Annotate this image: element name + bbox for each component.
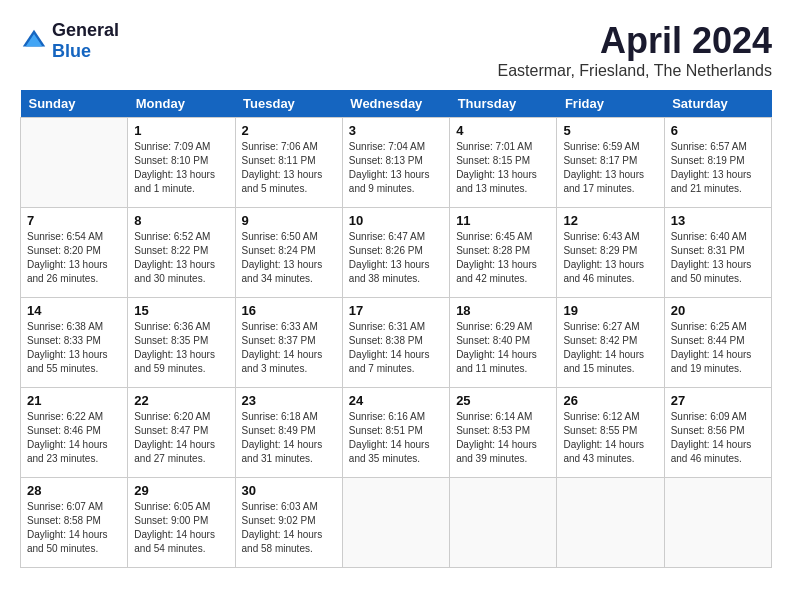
calendar-week-row: 14 Sunrise: 6:38 AM Sunset: 8:33 PM Dayl… <box>21 298 772 388</box>
sunset-text: Sunset: 8:46 PM <box>27 424 121 438</box>
sunrise-text: Sunrise: 6:45 AM <box>456 230 550 244</box>
day-number: 24 <box>349 393 443 408</box>
cell-info: Sunrise: 6:07 AM Sunset: 8:58 PM Dayligh… <box>27 500 121 556</box>
sunset-text: Sunset: 9:02 PM <box>242 514 336 528</box>
calendar-cell: 5 Sunrise: 6:59 AM Sunset: 8:17 PM Dayli… <box>557 118 664 208</box>
daylight-text: Daylight: 14 hours and 11 minutes. <box>456 348 550 376</box>
sunset-text: Sunset: 8:49 PM <box>242 424 336 438</box>
daylight-text: Daylight: 13 hours and 13 minutes. <box>456 168 550 196</box>
calendar-week-row: 1 Sunrise: 7:09 AM Sunset: 8:10 PM Dayli… <box>21 118 772 208</box>
daylight-text: Daylight: 13 hours and 34 minutes. <box>242 258 336 286</box>
daylight-text: Daylight: 13 hours and 42 minutes. <box>456 258 550 286</box>
logo-icon <box>20 27 48 55</box>
sunrise-text: Sunrise: 7:09 AM <box>134 140 228 154</box>
sunset-text: Sunset: 8:28 PM <box>456 244 550 258</box>
calendar-cell: 30 Sunrise: 6:03 AM Sunset: 9:02 PM Dayl… <box>235 478 342 568</box>
calendar-cell: 7 Sunrise: 6:54 AM Sunset: 8:20 PM Dayli… <box>21 208 128 298</box>
sunset-text: Sunset: 8:15 PM <box>456 154 550 168</box>
daylight-text: Daylight: 14 hours and 31 minutes. <box>242 438 336 466</box>
day-number: 2 <box>242 123 336 138</box>
sunrise-text: Sunrise: 6:16 AM <box>349 410 443 424</box>
calendar-cell: 23 Sunrise: 6:18 AM Sunset: 8:49 PM Dayl… <box>235 388 342 478</box>
sunrise-text: Sunrise: 6:31 AM <box>349 320 443 334</box>
weekday-header-cell: Monday <box>128 90 235 118</box>
cell-info: Sunrise: 6:54 AM Sunset: 8:20 PM Dayligh… <box>27 230 121 286</box>
day-number: 5 <box>563 123 657 138</box>
cell-info: Sunrise: 6:20 AM Sunset: 8:47 PM Dayligh… <box>134 410 228 466</box>
sunrise-text: Sunrise: 6:38 AM <box>27 320 121 334</box>
sunrise-text: Sunrise: 6:12 AM <box>563 410 657 424</box>
sunset-text: Sunset: 8:22 PM <box>134 244 228 258</box>
day-number: 22 <box>134 393 228 408</box>
daylight-text: Daylight: 13 hours and 21 minutes. <box>671 168 765 196</box>
weekday-header-cell: Sunday <box>21 90 128 118</box>
daylight-text: Daylight: 13 hours and 9 minutes. <box>349 168 443 196</box>
daylight-text: Daylight: 14 hours and 39 minutes. <box>456 438 550 466</box>
logo-text-blue: Blue <box>52 41 91 61</box>
day-number: 18 <box>456 303 550 318</box>
sunrise-text: Sunrise: 6:07 AM <box>27 500 121 514</box>
cell-info: Sunrise: 6:52 AM Sunset: 8:22 PM Dayligh… <box>134 230 228 286</box>
cell-info: Sunrise: 6:57 AM Sunset: 8:19 PM Dayligh… <box>671 140 765 196</box>
day-number: 21 <box>27 393 121 408</box>
day-number: 14 <box>27 303 121 318</box>
day-number: 4 <box>456 123 550 138</box>
day-number: 16 <box>242 303 336 318</box>
calendar-cell: 12 Sunrise: 6:43 AM Sunset: 8:29 PM Dayl… <box>557 208 664 298</box>
sunset-text: Sunset: 8:11 PM <box>242 154 336 168</box>
sunset-text: Sunset: 8:29 PM <box>563 244 657 258</box>
calendar-cell: 17 Sunrise: 6:31 AM Sunset: 8:38 PM Dayl… <box>342 298 449 388</box>
daylight-text: Daylight: 14 hours and 43 minutes. <box>563 438 657 466</box>
day-number: 30 <box>242 483 336 498</box>
month-year-title: April 2024 <box>498 20 773 62</box>
cell-info: Sunrise: 6:36 AM Sunset: 8:35 PM Dayligh… <box>134 320 228 376</box>
logo: General Blue <box>20 20 119 62</box>
sunset-text: Sunset: 8:42 PM <box>563 334 657 348</box>
sunset-text: Sunset: 8:53 PM <box>456 424 550 438</box>
day-number: 12 <box>563 213 657 228</box>
sunrise-text: Sunrise: 6:14 AM <box>456 410 550 424</box>
daylight-text: Daylight: 13 hours and 30 minutes. <box>134 258 228 286</box>
daylight-text: Daylight: 14 hours and 50 minutes. <box>27 528 121 556</box>
sunrise-text: Sunrise: 6:05 AM <box>134 500 228 514</box>
sunrise-text: Sunrise: 7:06 AM <box>242 140 336 154</box>
day-number: 3 <box>349 123 443 138</box>
calendar-week-row: 28 Sunrise: 6:07 AM Sunset: 8:58 PM Dayl… <box>21 478 772 568</box>
sunset-text: Sunset: 8:26 PM <box>349 244 443 258</box>
day-number: 17 <box>349 303 443 318</box>
sunset-text: Sunset: 8:20 PM <box>27 244 121 258</box>
cell-info: Sunrise: 6:03 AM Sunset: 9:02 PM Dayligh… <box>242 500 336 556</box>
calendar-cell <box>664 478 771 568</box>
weekday-header-cell: Friday <box>557 90 664 118</box>
daylight-text: Daylight: 13 hours and 38 minutes. <box>349 258 443 286</box>
title-block: April 2024 Eastermar, Friesland, The Net… <box>498 20 773 80</box>
day-number: 20 <box>671 303 765 318</box>
calendar-cell: 6 Sunrise: 6:57 AM Sunset: 8:19 PM Dayli… <box>664 118 771 208</box>
day-number: 28 <box>27 483 121 498</box>
sunrise-text: Sunrise: 6:25 AM <box>671 320 765 334</box>
calendar-week-row: 21 Sunrise: 6:22 AM Sunset: 8:46 PM Dayl… <box>21 388 772 478</box>
weekday-header-cell: Wednesday <box>342 90 449 118</box>
sunset-text: Sunset: 8:31 PM <box>671 244 765 258</box>
sunset-text: Sunset: 8:58 PM <box>27 514 121 528</box>
sunset-text: Sunset: 8:17 PM <box>563 154 657 168</box>
sunrise-text: Sunrise: 7:04 AM <box>349 140 443 154</box>
weekday-header-row: SundayMondayTuesdayWednesdayThursdayFrid… <box>21 90 772 118</box>
daylight-text: Daylight: 13 hours and 26 minutes. <box>27 258 121 286</box>
daylight-text: Daylight: 14 hours and 46 minutes. <box>671 438 765 466</box>
sunrise-text: Sunrise: 6:57 AM <box>671 140 765 154</box>
sunset-text: Sunset: 8:38 PM <box>349 334 443 348</box>
cell-info: Sunrise: 6:05 AM Sunset: 9:00 PM Dayligh… <box>134 500 228 556</box>
calendar-cell: 21 Sunrise: 6:22 AM Sunset: 8:46 PM Dayl… <box>21 388 128 478</box>
sunset-text: Sunset: 8:40 PM <box>456 334 550 348</box>
daylight-text: Daylight: 14 hours and 15 minutes. <box>563 348 657 376</box>
calendar-cell: 25 Sunrise: 6:14 AM Sunset: 8:53 PM Dayl… <box>450 388 557 478</box>
calendar-cell <box>21 118 128 208</box>
calendar-cell: 14 Sunrise: 6:38 AM Sunset: 8:33 PM Dayl… <box>21 298 128 388</box>
calendar-cell: 1 Sunrise: 7:09 AM Sunset: 8:10 PM Dayli… <box>128 118 235 208</box>
cell-info: Sunrise: 6:33 AM Sunset: 8:37 PM Dayligh… <box>242 320 336 376</box>
daylight-text: Daylight: 14 hours and 54 minutes. <box>134 528 228 556</box>
sunset-text: Sunset: 9:00 PM <box>134 514 228 528</box>
sunset-text: Sunset: 8:51 PM <box>349 424 443 438</box>
sunrise-text: Sunrise: 6:59 AM <box>563 140 657 154</box>
